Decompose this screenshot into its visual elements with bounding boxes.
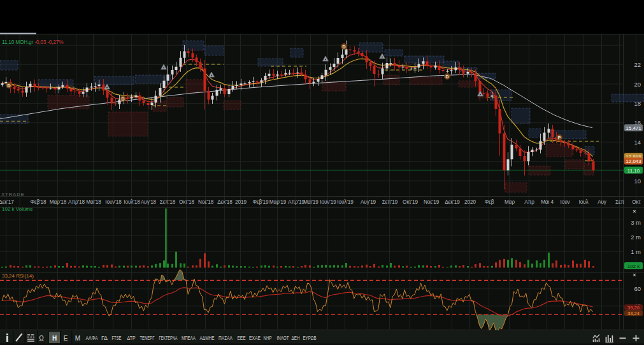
svg-text:×: × xyxy=(633,208,636,215)
svg-text:Φεβ'19: Φεβ'19 xyxy=(253,199,269,205)
svg-text:ΤΕΝΕΡΓ: ΤΕΝΕΡΓ xyxy=(140,335,155,341)
svg-text:Φεβ: Φεβ xyxy=(485,199,494,205)
svg-text:ΔΕΗ: ΔΕΗ xyxy=(292,335,300,341)
svg-text:Μαρ'18: Μαρ'18 xyxy=(50,199,67,205)
svg-text:18: 18 xyxy=(634,100,641,107)
svg-text:ΠΑΣΑΛ: ΠΑΣΑΛ xyxy=(218,335,233,341)
svg-text:ΑΔΜΗΕ: ΑΔΜΗΕ xyxy=(200,335,215,341)
svg-text:1 m: 1 m xyxy=(631,248,641,255)
svg-text:3 m: 3 m xyxy=(631,219,641,226)
svg-text:Δεκ'19: Δεκ'19 xyxy=(445,199,460,205)
svg-text:Ιουλ: Ιουλ xyxy=(579,199,589,205)
svg-text:Μαρ: Μαρ xyxy=(504,199,515,205)
svg-text:Ιουλ'18: Ιουλ'18 xyxy=(124,199,140,205)
svg-text:Απρ'18: Απρ'18 xyxy=(68,199,85,205)
svg-text:2020: 2020 xyxy=(464,199,476,205)
svg-text:D: D xyxy=(445,74,448,79)
svg-text:ΓΕΚΤΕΡΝΑ: ΓΕΚΤΕΡΝΑ xyxy=(159,335,178,341)
svg-text:D: D xyxy=(7,83,10,88)
svg-text:Μαρ'19: Μαρ'19 xyxy=(269,199,287,205)
svg-text:Ω: Ω xyxy=(39,335,44,342)
svg-text:Δεκ'17: Δεκ'17 xyxy=(0,199,14,205)
svg-text:39,20: 39,20 xyxy=(627,305,640,311)
svg-text:Σεπ'18: Σεπ'18 xyxy=(160,199,176,205)
svg-text:Αυγ: Αυγ xyxy=(597,199,607,205)
svg-text:Φεβ'18: Φεβ'18 xyxy=(31,199,47,205)
svg-text:Δεκ'18: Δεκ'18 xyxy=(217,199,233,205)
svg-text:Ε: Ε xyxy=(64,335,68,342)
svg-text:ΙΝΛΟΤ: ΙΝΛΟΤ xyxy=(277,335,289,341)
svg-text:2019: 2019 xyxy=(235,199,247,205)
svg-text:60: 60 xyxy=(634,285,641,292)
svg-text:11,10 MOH.gr -0,03 -0,27%: 11,10 MOH.gr -0,03 -0,27% xyxy=(2,39,64,45)
svg-text:Αυγ'18: Αυγ'18 xyxy=(141,199,157,205)
svg-text:Ιουν: Ιουν xyxy=(561,199,570,205)
svg-text:FTSE: FTSE xyxy=(112,335,122,341)
svg-text:ΔΤΡ: ΔΤΡ xyxy=(127,335,136,341)
svg-text:Οκτ'18: Οκτ'18 xyxy=(179,199,194,205)
svg-text:ΝΗΡ: ΝΗΡ xyxy=(264,335,272,341)
svg-text:Οκτ: Οκτ xyxy=(632,199,641,205)
svg-text:Μαι 4: Μαι 4 xyxy=(541,199,554,205)
svg-text:ΕΥΡΩΒ: ΕΥΡΩΒ xyxy=(303,335,317,341)
svg-text:15,471: 15,471 xyxy=(626,125,641,131)
svg-text:D: D xyxy=(121,97,124,101)
svg-text:20: 20 xyxy=(634,81,641,88)
svg-text:ΕΧΑΕ: ΕΧΑΕ xyxy=(249,335,261,341)
svg-text:Αυγ'19: Αυγ'19 xyxy=(361,199,376,205)
svg-text:Νοε'18: Νοε'18 xyxy=(198,199,214,205)
svg-text:XTRADE: XTRADE xyxy=(1,192,25,197)
svg-text:ΜΠΕΛΑ: ΜΠΕΛΑ xyxy=(182,335,196,341)
svg-text:102 k Volume: 102 k Volume xyxy=(2,206,33,212)
svg-text:11,10: 11,10 xyxy=(627,168,640,174)
svg-text:Ιουν'18: Ιουν'18 xyxy=(105,199,122,205)
svg-text:ΓΔ: ΓΔ xyxy=(101,335,108,341)
svg-text:Μαι'18: Μαι'18 xyxy=(86,199,101,205)
svg-text:ΑΛΦΑ: ΑΛΦΑ xyxy=(86,335,98,341)
svg-text:22: 22 xyxy=(634,61,641,68)
svg-text:Απρ: Απρ xyxy=(524,199,534,205)
svg-text:Μ: Μ xyxy=(75,335,80,342)
svg-text:33,24: 33,24 xyxy=(627,311,640,316)
svg-text:Οκτ'19: Οκτ'19 xyxy=(403,199,418,205)
svg-text:Ιουλ'19: Ιουλ'19 xyxy=(337,199,354,205)
svg-text:2 m: 2 m xyxy=(631,234,641,241)
svg-text:Απρ'19: Απρ'19 xyxy=(288,199,304,205)
svg-text:Νοε'19: Νοε'19 xyxy=(424,199,440,205)
svg-text:102 k: 102 k xyxy=(627,264,641,269)
svg-text:Σεπ'19: Σεπ'19 xyxy=(382,199,398,205)
svg-text:Ιουν'19: Ιουν'19 xyxy=(320,199,336,205)
svg-text:Σεπ: Σεπ xyxy=(615,199,625,205)
svg-text:P: P xyxy=(558,136,561,140)
svg-text:33,24 RSI(14): 33,24 RSI(14) xyxy=(2,273,34,279)
svg-text:Μαι'19: Μαι'19 xyxy=(303,199,318,205)
svg-text:12,043: 12,043 xyxy=(626,158,641,164)
svg-text:ΕΕΕ: ΕΕΕ xyxy=(238,335,246,341)
svg-text:×: × xyxy=(633,272,636,278)
svg-text:D: D xyxy=(342,45,345,49)
svg-text:Η: Η xyxy=(52,335,57,342)
svg-text:14: 14 xyxy=(634,139,641,146)
svg-text:10: 10 xyxy=(634,178,641,185)
